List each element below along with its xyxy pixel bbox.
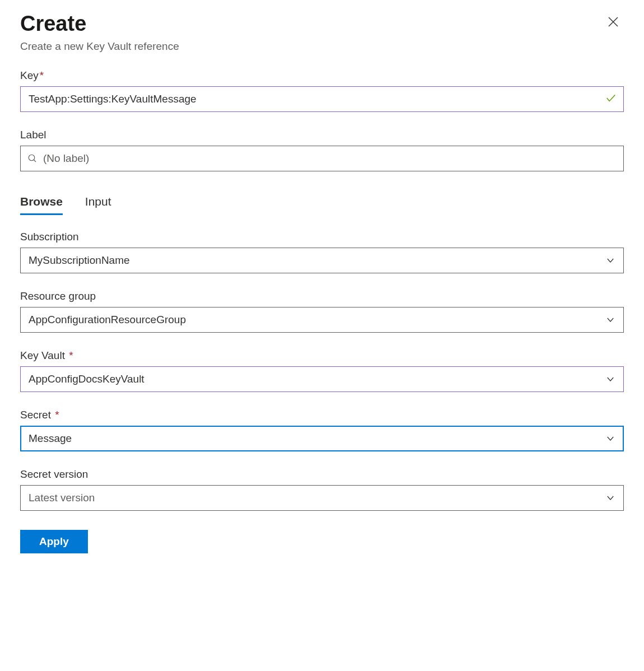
- secret-value: Message: [29, 432, 72, 445]
- page-title: Create: [20, 11, 179, 37]
- key-vault-label: Key Vault *: [20, 350, 624, 362]
- secret-select[interactable]: Message: [20, 426, 624, 451]
- tab-browse[interactable]: Browse: [20, 192, 63, 214]
- close-icon: [607, 16, 619, 28]
- label-placeholder: (No label): [43, 152, 89, 165]
- label-input-wrapper: (No label): [20, 146, 624, 171]
- required-marker: *: [40, 69, 44, 81]
- apply-button[interactable]: Apply: [20, 530, 88, 553]
- secret-label-text: Secret: [20, 409, 51, 421]
- subscription-value: MySubscriptionName: [29, 254, 130, 267]
- key-label: Key*: [20, 69, 624, 82]
- key-vault-label-text: Key Vault: [20, 350, 65, 361]
- secret-version-label: Secret version: [20, 468, 624, 481]
- checkmark-icon: [605, 92, 617, 106]
- secret-label: Secret *: [20, 409, 624, 421]
- svg-point-2: [29, 155, 35, 161]
- subscription-select[interactable]: MySubscriptionName: [20, 248, 624, 273]
- resource-group-value: AppConfigurationResourceGroup: [29, 314, 186, 326]
- resource-group-label: Resource group: [20, 290, 624, 302]
- chevron-down-icon: [605, 315, 615, 325]
- label-label: Label: [20, 129, 624, 141]
- secret-version-select[interactable]: Latest version: [20, 485, 624, 511]
- page-subtitle: Create a new Key Vault reference: [20, 40, 179, 53]
- key-vault-select[interactable]: AppConfigDocsKeyVault: [20, 366, 624, 392]
- search-icon: [27, 153, 38, 164]
- label-input[interactable]: (No label): [20, 146, 624, 171]
- svg-line-3: [34, 160, 36, 162]
- key-vault-value: AppConfigDocsKeyVault: [29, 373, 144, 385]
- key-input-wrapper: [20, 86, 624, 112]
- chevron-down-icon: [605, 255, 615, 265]
- required-marker: *: [66, 350, 73, 361]
- secret-version-value: Latest version: [29, 492, 95, 504]
- resource-group-select[interactable]: AppConfigurationResourceGroup: [20, 307, 624, 333]
- required-marker: *: [52, 409, 59, 421]
- tab-input[interactable]: Input: [85, 192, 111, 214]
- chevron-down-icon: [605, 374, 615, 384]
- chevron-down-icon: [605, 434, 615, 444]
- subscription-label: Subscription: [20, 231, 624, 243]
- close-button[interactable]: [603, 11, 624, 32]
- tabs: Browse Input: [20, 192, 624, 214]
- chevron-down-icon: [605, 493, 615, 503]
- key-input[interactable]: [20, 86, 624, 112]
- key-label-text: Key: [20, 69, 39, 81]
